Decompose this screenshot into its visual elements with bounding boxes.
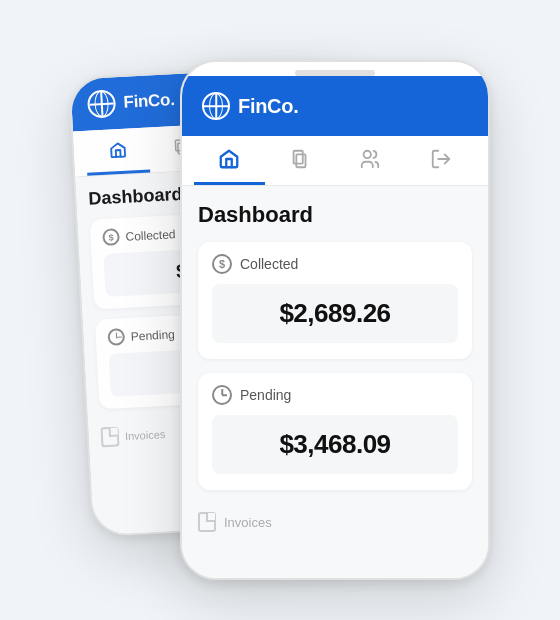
pending-value-box-front: $3,468.09 (212, 415, 458, 474)
invoices-label-back: Invoices (125, 428, 166, 442)
nav-home-front[interactable] (194, 136, 265, 185)
clock-icon-back (107, 328, 125, 346)
svg-rect-4 (293, 151, 302, 164)
body-front: Dashboard $ Collected $2,689.26 Pending (182, 186, 488, 580)
globe-icon-back (87, 89, 116, 118)
collected-text-front: Collected (240, 256, 298, 272)
nav-front (182, 136, 488, 186)
collected-card-front: $ Collected $2,689.26 (198, 242, 472, 359)
invoices-label-front: Invoices (224, 515, 272, 530)
collected-value-box-front: $2,689.26 (212, 284, 458, 343)
nav-users-front[interactable] (335, 136, 406, 185)
nav-home-back[interactable] (85, 128, 150, 176)
pending-text-back: Pending (130, 327, 175, 343)
logout-icon-front (430, 148, 452, 170)
header-front: FinCo. (182, 76, 488, 136)
dashboard-title-front: Dashboard (198, 202, 472, 228)
dollar-icon-front: $ (212, 254, 232, 274)
app-name-front: FinCo. (238, 95, 298, 118)
pending-card-front: Pending $3,468.09 (198, 373, 472, 490)
clock-icon-front (212, 385, 232, 405)
collected-text-back: Collected (125, 227, 176, 244)
dollar-icon-back: $ (102, 228, 120, 246)
nav-docs-front[interactable] (265, 136, 336, 185)
pending-value-front: $3,468.09 (279, 429, 390, 459)
nav-logout-front[interactable] (406, 136, 477, 185)
logo-back: FinCo. (87, 86, 175, 119)
globe-arc-front (209, 93, 223, 119)
pending-label-front: Pending (212, 385, 458, 405)
collected-value-front: $2,689.26 (279, 298, 390, 328)
docs-icon-front (289, 148, 311, 170)
home-icon-back (108, 141, 127, 160)
phone-front: FinCo. (180, 60, 490, 580)
app-name-back: FinCo. (123, 90, 175, 113)
invoice-icon-front (198, 512, 216, 532)
invoice-icon-back (101, 426, 120, 447)
phones-container: FinCo. (70, 30, 490, 590)
globe-icon-front (202, 92, 230, 120)
logo-front: FinCo. (202, 92, 298, 120)
svg-rect-5 (296, 154, 305, 167)
home-icon-front (218, 148, 240, 170)
globe-arc-back (94, 91, 109, 118)
collected-label-front: $ Collected (212, 254, 458, 274)
invoices-row-front[interactable]: Invoices (198, 504, 472, 540)
svg-point-6 (364, 151, 371, 158)
users-icon-front (359, 148, 381, 170)
pending-text-front: Pending (240, 387, 291, 403)
